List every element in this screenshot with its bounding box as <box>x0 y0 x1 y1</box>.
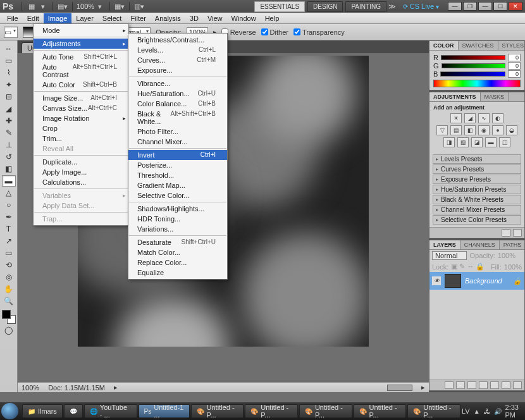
gradient-tool[interactable]: ▬ <box>2 175 16 187</box>
mi-posterize[interactable]: Posterize... <box>128 160 227 170</box>
status-zoom[interactable]: 100% <box>22 384 39 392</box>
menu-3d[interactable]: 3D <box>185 13 203 23</box>
mi-hdr[interactable]: HDR Toning... <box>128 214 227 224</box>
zoom-tool[interactable]: 🔍 <box>2 295 16 307</box>
menu-edit[interactable]: Edit <box>23 13 44 23</box>
mi-trim[interactable]: Trim... <box>34 133 128 144</box>
mi-vibrance[interactable]: Vibrance... <box>128 78 227 89</box>
taskbar-item[interactable]: 🎨 Untitled - P... <box>299 404 352 418</box>
tray-volume-icon[interactable]: 🔊 <box>494 408 502 415</box>
mi-channel-mixer[interactable]: Channel Mixer... <box>128 137 227 147</box>
wand-tool[interactable]: ✦ <box>2 79 16 90</box>
taskbar-item[interactable]: 🎨 Untitled - P... <box>245 404 298 418</box>
mi-selective-color[interactable]: Selective Color... <box>128 190 227 201</box>
3d-camera-tool[interactable]: ◎ <box>2 271 16 283</box>
mi-desaturate[interactable]: DesaturateShift+Ctrl+U <box>128 237 227 247</box>
mi-shadows[interactable]: Shadows/Highlights... <box>128 204 227 214</box>
taskbar-item[interactable]: 🌐 YouTube - ... <box>84 404 137 418</box>
mi-auto-contrast[interactable]: Auto ContrastAlt+Shift+Ctrl+L <box>34 62 128 80</box>
dither-checkbox[interactable]: Dither <box>261 28 288 36</box>
zoom-dropdown-icon[interactable]: ▾ <box>94 1 106 11</box>
adj-exposure-icon[interactable]: ◐ <box>492 113 503 123</box>
close-button[interactable]: ✕ <box>509 2 522 11</box>
move-tool[interactable]: ↔ <box>2 43 16 54</box>
status-doc-size[interactable]: Doc: 1.15M/1.15M <box>48 384 105 392</box>
tab-color[interactable]: COLOR <box>429 41 459 50</box>
adj-gradmap-icon[interactable]: ▬ <box>485 137 497 147</box>
adj-selective-icon[interactable]: ◫ <box>499 137 510 147</box>
tray-clock[interactable]: 2:33 PM <box>505 404 520 419</box>
g-slider[interactable] <box>442 63 505 68</box>
mi-calculations[interactable]: Calculations... <box>34 177 128 187</box>
workspace-painting[interactable]: PAINTING <box>345 1 386 12</box>
preset-mixer[interactable]: Channel Mixer Presets <box>433 205 521 214</box>
adj-footer-icon[interactable] <box>502 229 510 237</box>
fg-bg-colors[interactable] <box>2 310 16 324</box>
tab-adjustments[interactable]: ADJUSTMENTS <box>429 92 481 101</box>
layer-row-background[interactable]: 👁 Background 🔒 <box>429 272 524 290</box>
adj-levels-icon[interactable]: ◢ <box>464 113 476 123</box>
mi-crop[interactable]: Crop <box>34 123 128 133</box>
history-brush-tool[interactable]: ↺ <box>2 151 16 163</box>
menu-analysis[interactable]: Analysis <box>151 13 185 23</box>
3d-tool[interactable]: ⟲ <box>2 259 16 271</box>
minimize-button[interactable]: — <box>478 2 492 11</box>
tab-swatches[interactable]: SWATCHES <box>459 41 498 50</box>
adj-map-icon[interactable]: ◒ <box>506 125 517 135</box>
link-layers-icon[interactable] <box>445 381 454 389</box>
menu-view[interactable]: View <box>203 13 227 23</box>
restore-doc-button[interactable]: ❐ <box>463 2 477 11</box>
mi-replace-color[interactable]: Replace Color... <box>128 257 227 268</box>
tab-masks[interactable]: MASKS <box>481 92 509 101</box>
taskbar-item[interactable]: 💬 <box>64 404 83 418</box>
taskbar-item-active[interactable]: Ps Untitled-1 ... <box>139 404 190 418</box>
menu-help[interactable]: Help <box>261 13 284 23</box>
layer-visibility-icon[interactable]: 👁 <box>432 276 441 285</box>
mi-brightness[interactable]: Brightness/Contrast... <box>128 35 227 45</box>
menu-file[interactable]: File <box>3 13 23 23</box>
shape-tool[interactable]: ▭ <box>2 247 16 259</box>
adj-footer-icon2[interactable] <box>513 229 522 237</box>
taskbar-item[interactable]: 🎨 Untitled - P... <box>407 404 460 418</box>
menu-image[interactable]: Image <box>44 13 72 23</box>
preset-curves[interactable]: Curves Presets <box>433 164 521 174</box>
mi-equalize[interactable]: Equalize <box>128 268 227 278</box>
lasso-tool[interactable]: ⌇ <box>2 67 16 78</box>
brush-tool[interactable]: ✎ <box>2 127 16 139</box>
type-tool[interactable]: T <box>2 223 16 235</box>
adj-posterize-icon[interactable]: ▨ <box>457 137 469 147</box>
menu-select[interactable]: Select <box>98 13 127 23</box>
group-icon[interactable] <box>490 381 499 389</box>
workspace-essentials[interactable]: ESSENTIALS <box>254 1 305 12</box>
dodge-tool[interactable]: ○ <box>2 199 16 211</box>
mi-match-color[interactable]: Match Color... <box>128 247 227 257</box>
marquee-tool[interactable]: ▭ <box>2 55 16 66</box>
mi-hue[interactable]: Hue/Saturation...Ctrl+U <box>128 89 227 99</box>
heal-tool[interactable]: ✚ <box>2 115 16 127</box>
preset-hue[interactable]: Hue/Saturation Presets <box>433 185 521 194</box>
layer-blend-select[interactable]: Normal <box>432 251 467 260</box>
mi-auto-tone[interactable]: Auto ToneShift+Ctrl+L <box>34 52 128 62</box>
mi-image-size[interactable]: Image Size...Alt+Ctrl+I <box>34 93 128 103</box>
blur-tool[interactable]: △ <box>2 187 16 199</box>
hand-tool[interactable]: ✋ <box>2 283 16 295</box>
taskbar-item[interactable]: 📁 Ilmars <box>22 404 63 418</box>
preset-levels[interactable]: Levels Presets <box>433 154 521 164</box>
stamp-tool[interactable]: ⊥ <box>2 139 16 151</box>
mi-levels[interactable]: Levels...Ctrl+L <box>128 45 227 55</box>
adj-mixer-icon[interactable]: ● <box>492 125 503 135</box>
cs-live-button[interactable]: ⟳ CS Live ▾ <box>403 3 439 10</box>
workspace-design[interactable]: DESIGN <box>307 1 343 12</box>
mi-gradient-map[interactable]: Gradient Map... <box>128 180 227 190</box>
minimize-doc-button[interactable]: — <box>448 2 462 11</box>
mi-mode[interactable]: Mode▸ <box>34 25 128 35</box>
menu-filter[interactable]: Filter <box>126 13 150 23</box>
mi-duplicate[interactable]: Duplicate... <box>34 157 128 167</box>
tab-paths[interactable]: PATHS <box>500 240 525 249</box>
arrange-icon[interactable]: ▥▾ <box>133 1 145 11</box>
path-tool[interactable]: ↗ <box>2 235 16 247</box>
bridge-icon[interactable]: ▦ <box>26 1 37 11</box>
b-slider[interactable] <box>440 71 505 77</box>
tab-channels[interactable]: CHANNELS <box>460 240 500 249</box>
transparency-checkbox[interactable]: Transparency <box>293 28 345 36</box>
